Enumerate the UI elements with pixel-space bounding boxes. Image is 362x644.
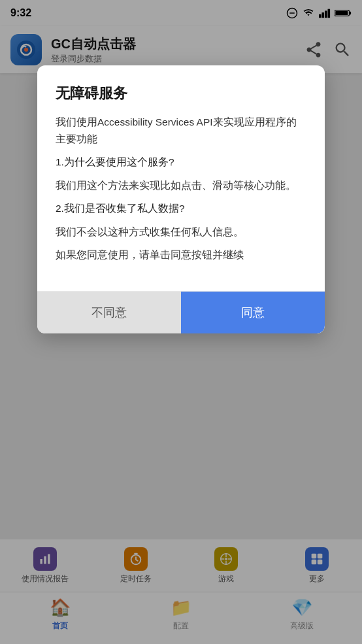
dialog-section2-title: 2.我们是否收集了私人数据? xyxy=(56,200,306,217)
accessibility-dialog: 无障碍服务 我们使用Accessibility Services API来实现应… xyxy=(37,65,325,333)
dialog-content: 无障碍服务 我们使用Accessibility Services API来实现应… xyxy=(37,65,325,286)
dialog-body2: 我们用这个方法来实现比如点击、滑动等核心功能。 xyxy=(56,177,306,194)
dialog-intro: 我们使用Accessibility Services API来实现应用程序的主要… xyxy=(56,114,306,147)
dialog-actions: 不同意 同意 xyxy=(37,291,325,333)
agree-button[interactable]: 同意 xyxy=(181,292,325,333)
dialog-body3: 我们不会以这种方式收集任何私人信息。 xyxy=(56,224,306,241)
disagree-button[interactable]: 不同意 xyxy=(37,292,181,333)
dialog-body4: 如果您同意使用，请单击同意按钮并继续 xyxy=(56,246,306,263)
dialog-title: 无障碍服务 xyxy=(56,84,306,103)
dialog-section1-title: 1.为什么要使用这个服务? xyxy=(56,154,306,171)
dialog-body: 我们使用Accessibility Services API来实现应用程序的主要… xyxy=(56,114,306,263)
